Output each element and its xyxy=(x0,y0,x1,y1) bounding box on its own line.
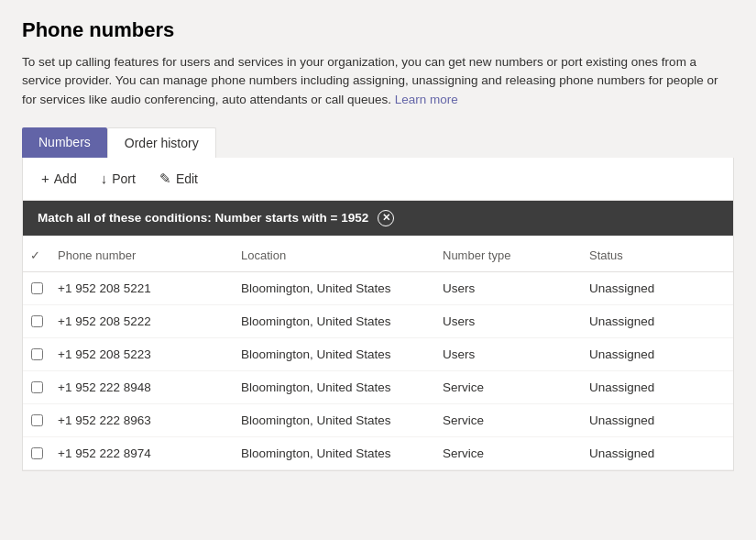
header-status: Status xyxy=(582,245,729,266)
tabs-container: Numbers Order history xyxy=(22,127,734,158)
cell-type: Users xyxy=(435,338,582,370)
table-row[interactable]: +1 952 208 5223 Bloomington, United Stat… xyxy=(23,338,733,371)
cell-status: Unassigned xyxy=(582,437,729,469)
table-row[interactable]: +1 952 208 5222 Bloomington, United Stat… xyxy=(23,305,733,338)
cell-type: Service xyxy=(435,371,582,403)
edit-button[interactable]: ✎ Edit xyxy=(156,169,202,189)
main-content: + Add ↓ Port ✎ Edit Match all of these c… xyxy=(22,158,734,471)
edit-icon: ✎ xyxy=(159,171,171,187)
tab-numbers[interactable]: Numbers xyxy=(22,127,107,158)
header-phone: Phone number xyxy=(50,245,234,266)
cell-status: Unassigned xyxy=(582,338,729,370)
header-check: ✓ xyxy=(23,245,50,266)
filter-bar: Match all of these conditions: Number st… xyxy=(23,201,733,236)
add-label: Add xyxy=(54,171,77,186)
port-button[interactable]: ↓ Port xyxy=(97,169,139,188)
cell-location: Bloomington, United States xyxy=(234,272,435,304)
add-button[interactable]: + Add xyxy=(38,169,81,188)
cell-phone: +1 952 208 5223 xyxy=(50,338,234,370)
toolbar: + Add ↓ Port ✎ Edit xyxy=(23,158,733,201)
cell-phone: +1 952 208 5221 xyxy=(50,272,234,304)
port-icon: ↓ xyxy=(101,171,108,186)
port-label: Port xyxy=(112,171,136,186)
row-checkbox[interactable] xyxy=(23,372,50,402)
cell-location: Bloomington, United States xyxy=(234,371,435,403)
cell-location: Bloomington, United States xyxy=(234,305,435,337)
tab-order-history[interactable]: Order history xyxy=(107,127,216,158)
cell-phone: +1 952 222 8948 xyxy=(50,371,234,403)
table-row[interactable]: +1 952 222 8963 Bloomington, United Stat… xyxy=(23,404,733,437)
filter-close-button[interactable]: ✕ xyxy=(378,210,394,226)
cell-type: Users xyxy=(435,305,582,337)
page-container: Phone numbers To set up calling features… xyxy=(0,0,756,493)
table-row[interactable]: +1 952 208 5221 Bloomington, United Stat… xyxy=(23,272,733,305)
edit-label: Edit xyxy=(176,171,198,186)
table-row[interactable]: +1 952 222 8974 Bloomington, United Stat… xyxy=(23,437,733,470)
cell-type: Users xyxy=(435,272,582,304)
row-checkbox[interactable] xyxy=(23,306,50,336)
add-icon: + xyxy=(41,171,49,186)
table-container: ✓ Phone number Location Number type Stat… xyxy=(23,236,733,470)
row-checkbox[interactable] xyxy=(23,405,50,435)
cell-status: Unassigned xyxy=(582,404,729,436)
check-icon: ✓ xyxy=(30,248,40,262)
cell-status: Unassigned xyxy=(582,272,729,304)
page-title: Phone numbers xyxy=(22,18,734,42)
cell-status: Unassigned xyxy=(582,371,729,403)
description-text: To set up calling features for users and… xyxy=(22,55,718,106)
table-header: ✓ Phone number Location Number type Stat… xyxy=(23,236,733,272)
table-body: +1 952 208 5221 Bloomington, United Stat… xyxy=(23,272,733,470)
cell-status: Unassigned xyxy=(582,305,729,337)
cell-location: Bloomington, United States xyxy=(234,338,435,370)
page-description: To set up calling features for users and… xyxy=(22,53,734,109)
filter-text: Match all of these conditions: Number st… xyxy=(38,211,368,225)
row-checkbox[interactable] xyxy=(23,273,50,303)
header-location: Location xyxy=(234,245,435,266)
cell-phone: +1 952 222 8974 xyxy=(50,437,234,469)
row-checkbox[interactable] xyxy=(23,339,50,369)
cell-location: Bloomington, United States xyxy=(234,404,435,436)
learn-more-link[interactable]: Learn more xyxy=(395,93,458,106)
cell-type: Service xyxy=(435,437,582,469)
cell-phone: +1 952 222 8963 xyxy=(50,404,234,436)
row-checkbox[interactable] xyxy=(23,438,50,468)
cell-phone: +1 952 208 5222 xyxy=(50,305,234,337)
header-type: Number type xyxy=(435,245,582,266)
cell-type: Service xyxy=(435,404,582,436)
cell-location: Bloomington, United States xyxy=(234,437,435,469)
table-row[interactable]: +1 952 222 8948 Bloomington, United Stat… xyxy=(23,371,733,404)
